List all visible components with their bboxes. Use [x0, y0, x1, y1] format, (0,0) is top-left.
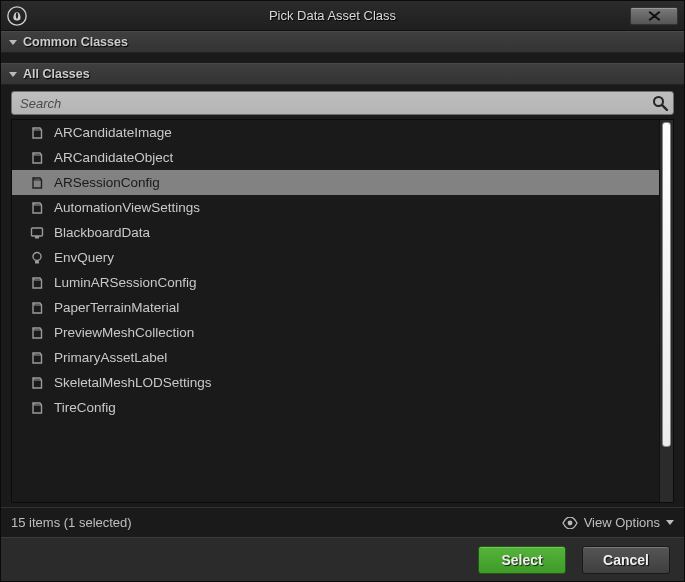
list-item-label: LuminARSessionConfig — [54, 275, 197, 290]
unreal-logo-icon — [7, 6, 27, 26]
asset-icon — [30, 176, 44, 190]
svg-point-7 — [567, 520, 572, 525]
search-wrap — [11, 91, 674, 115]
list-item[interactable]: ARSessionConfig — [12, 170, 659, 195]
window-title: Pick Data Asset Class — [35, 8, 630, 23]
common-classes-header[interactable]: Common Classes — [1, 31, 684, 53]
list-item[interactable]: LuminARSessionConfig — [12, 270, 659, 295]
status-text: 15 items (1 selected) — [11, 515, 562, 530]
list-item[interactable]: BlackboardData — [12, 220, 659, 245]
bulb-icon — [30, 251, 44, 265]
all-classes-content: ARCandidateImageARCandidateObjectARSessi… — [1, 85, 684, 537]
list-item[interactable]: PreviewMeshCollection — [12, 320, 659, 345]
cancel-button[interactable]: Cancel — [582, 546, 670, 574]
list-item[interactable]: ARCandidateObject — [12, 145, 659, 170]
asset-icon — [30, 376, 44, 390]
list-item-label: PreviewMeshCollection — [54, 325, 194, 340]
list-item-label: ARCandidateObject — [54, 150, 173, 165]
svg-point-0 — [8, 6, 26, 24]
eye-icon — [562, 517, 578, 529]
disclosure-triangle-icon — [9, 72, 17, 77]
list-item[interactable]: TireConfig — [12, 395, 659, 420]
asset-icon — [30, 201, 44, 215]
list-item-label: EnvQuery — [54, 250, 114, 265]
list-item[interactable]: PaperTerrainMaterial — [12, 295, 659, 320]
list-item[interactable]: AutomationViewSettings — [12, 195, 659, 220]
view-options-label: View Options — [584, 515, 660, 530]
all-classes-label: All Classes — [23, 67, 90, 81]
close-button[interactable] — [630, 7, 678, 25]
list-item-label: BlackboardData — [54, 225, 150, 240]
asset-icon — [30, 351, 44, 365]
asset-icon — [30, 126, 44, 140]
view-options[interactable]: View Options — [562, 515, 674, 530]
list-item-label: ARSessionConfig — [54, 175, 160, 190]
list-item[interactable]: SkeletalMeshLODSettings — [12, 370, 659, 395]
svg-rect-4 — [35, 236, 39, 239]
list-item[interactable]: PrimaryAssetLabel — [12, 345, 659, 370]
svg-rect-6 — [35, 260, 39, 263]
list-item-label: AutomationViewSettings — [54, 200, 200, 215]
blackboard-icon — [30, 226, 44, 240]
disclosure-triangle-icon — [9, 40, 17, 45]
scrollbar[interactable] — [659, 120, 673, 502]
scroll-thumb[interactable] — [662, 122, 671, 447]
list-item-label: PaperTerrainMaterial — [54, 300, 179, 315]
list-item[interactable]: EnvQuery — [12, 245, 659, 270]
asset-icon — [30, 276, 44, 290]
asset-icon — [30, 301, 44, 315]
asset-icon — [30, 326, 44, 340]
list-footer: 15 items (1 selected) View Options — [1, 507, 684, 537]
class-list-container: ARCandidateImageARCandidateObjectARSessi… — [11, 119, 674, 503]
list-item-label: ARCandidateImage — [54, 125, 172, 140]
list-item[interactable]: ARCandidateImage — [12, 120, 659, 145]
search-input[interactable] — [11, 91, 674, 115]
class-list: ARCandidateImageARCandidateObjectARSessi… — [12, 120, 659, 502]
svg-rect-3 — [32, 228, 43, 236]
svg-point-5 — [33, 252, 41, 260]
dialog-window: Pick Data Asset Class Common Classes All… — [0, 0, 685, 582]
chevron-down-icon — [666, 520, 674, 525]
button-bar: Select Cancel — [1, 537, 684, 581]
title-bar: Pick Data Asset Class — [1, 1, 684, 31]
close-icon — [648, 11, 661, 21]
common-classes-label: Common Classes — [23, 35, 128, 49]
asset-icon — [30, 151, 44, 165]
list-item-label: PrimaryAssetLabel — [54, 350, 167, 365]
list-item-label: SkeletalMeshLODSettings — [54, 375, 212, 390]
list-item-label: TireConfig — [54, 400, 116, 415]
all-classes-header[interactable]: All Classes — [1, 63, 684, 85]
select-button[interactable]: Select — [478, 546, 566, 574]
asset-icon — [30, 401, 44, 415]
